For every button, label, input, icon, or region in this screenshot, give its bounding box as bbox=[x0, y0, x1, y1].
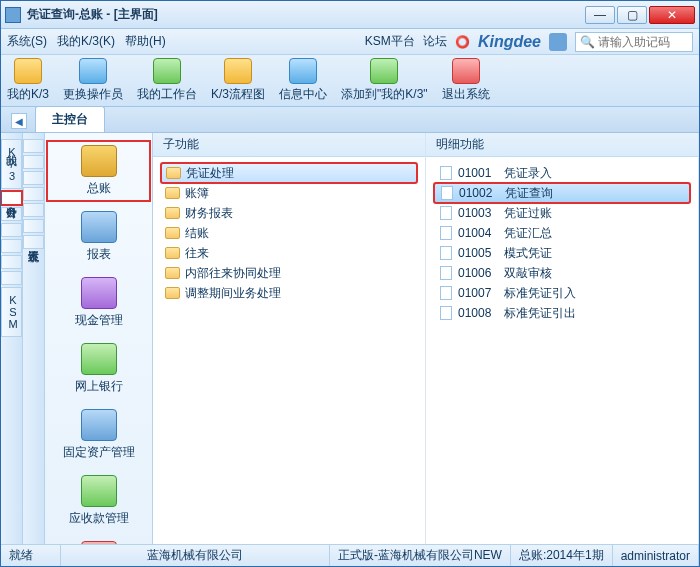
close-button[interactable]: ✕ bbox=[649, 6, 695, 24]
sub-item-4[interactable]: 往来 bbox=[161, 243, 417, 263]
status-edition: 正式版-蓝海机械有限公司NEW bbox=[330, 545, 511, 566]
nav-item-4[interactable]: 固定资产管理 bbox=[47, 405, 150, 465]
nav-label: 网上银行 bbox=[75, 378, 123, 395]
detail-code: 01007 bbox=[458, 286, 498, 300]
search-icon: 🔍 bbox=[580, 35, 595, 49]
nav-icon bbox=[81, 343, 117, 375]
vtab-2[interactable]: 管理会计 bbox=[1, 207, 22, 221]
detail-item-7[interactable]: 01008标准凭证引出 bbox=[434, 303, 690, 323]
detail-label: 凭证录入 bbox=[504, 165, 552, 182]
search-input[interactable] bbox=[598, 35, 688, 49]
nav-item-2[interactable]: 现金管理 bbox=[47, 273, 150, 333]
toolbar: 我的K/3 更换操作员 我的工作台 K/3流程图 信息中心 添加到"我的K/3"… bbox=[1, 55, 699, 107]
vtab-6[interactable]: 成本管理 bbox=[1, 271, 22, 285]
nav-label: 应收款管理 bbox=[69, 510, 129, 527]
vtab-0[interactable]: 我的K/3 bbox=[1, 139, 22, 189]
document-icon bbox=[440, 246, 452, 260]
tb-exit[interactable]: 退出系统 bbox=[442, 58, 490, 103]
menu-system[interactable]: 系统(S) bbox=[7, 33, 47, 50]
detail-function-pane: 明细功能 01001凭证录入01002凭证查询01003凭证过账01004凭证汇… bbox=[426, 133, 699, 544]
sub-item-5[interactable]: 内部往来协同处理 bbox=[161, 263, 417, 283]
vtab-2[interactable]: 精益管理 bbox=[23, 171, 44, 185]
detail-item-0[interactable]: 01001凭证录入 bbox=[434, 163, 690, 183]
sub-item-1[interactable]: 账簿 bbox=[161, 183, 417, 203]
search-box[interactable]: 🔍 bbox=[575, 32, 693, 52]
tb-info-center[interactable]: 信息中心 bbox=[279, 58, 327, 103]
sub-item-0[interactable]: 凭证处理 bbox=[161, 163, 417, 183]
tb-label: 信息中心 bbox=[279, 86, 327, 103]
nav-label: 固定资产管理 bbox=[63, 444, 135, 461]
window-controls: — ▢ ✕ bbox=[585, 6, 695, 24]
tb-add-to-myk3[interactable]: 添加到"我的K/3" bbox=[341, 58, 428, 103]
tb-myk3[interactable]: 我的K/3 bbox=[7, 58, 49, 103]
sub-item-label: 账簿 bbox=[185, 185, 209, 202]
chevron-left-icon[interactable]: ◀ bbox=[11, 113, 27, 129]
ksm-platform-link[interactable]: KSM平台 bbox=[365, 33, 415, 50]
vtab-6[interactable]: 系统设置 bbox=[23, 235, 44, 249]
sub-item-label: 内部往来协同处理 bbox=[185, 265, 281, 282]
tb-flowchart[interactable]: K/3流程图 bbox=[211, 58, 265, 103]
status-ready: 就绪 bbox=[1, 545, 61, 566]
vtab-5[interactable]: 供应链 bbox=[1, 255, 22, 269]
minimize-button[interactable]: — bbox=[585, 6, 615, 24]
module-nav: 总账报表现金管理网上银行固定资产管理应收款管理应付款管理现金流量表财务分析 bbox=[45, 133, 153, 544]
document-icon bbox=[441, 186, 453, 200]
vtab-3[interactable]: 资产管理 bbox=[23, 187, 44, 201]
detail-code: 01004 bbox=[458, 226, 498, 240]
menu-myk3[interactable]: 我的K/3(K) bbox=[57, 33, 115, 50]
tab-main-console[interactable]: 主控台 bbox=[35, 106, 105, 132]
detail-item-2[interactable]: 01003凭证过账 bbox=[434, 203, 690, 223]
detail-item-5[interactable]: 01006双敲审核 bbox=[434, 263, 690, 283]
detail-item-1[interactable]: 01002凭证查询 bbox=[434, 183, 690, 203]
statusbar: 就绪 蓝海机械有限公司 正式版-蓝海机械有限公司NEW 总账:2014年1期 a… bbox=[1, 544, 699, 566]
detail-label: 凭证过账 bbox=[504, 205, 552, 222]
menu-help[interactable]: 帮助(H) bbox=[125, 33, 166, 50]
nav-item-5[interactable]: 应收款管理 bbox=[47, 471, 150, 531]
nav-label: 现金管理 bbox=[75, 312, 123, 329]
tb-label: 我的工作台 bbox=[137, 86, 197, 103]
nav-icon bbox=[81, 211, 117, 243]
maximize-button[interactable]: ▢ bbox=[617, 6, 647, 24]
sub-function-list: 凭证处理账簿财务报表结账往来内部往来协同处理调整期间业务处理 bbox=[153, 157, 425, 544]
tb-switch-user[interactable]: 更换操作员 bbox=[63, 58, 123, 103]
help-icon[interactable] bbox=[549, 33, 567, 51]
nav-icon bbox=[81, 475, 117, 507]
vtab-4[interactable]: 内控管理 bbox=[23, 203, 44, 217]
detail-label: 凭证汇总 bbox=[504, 225, 552, 242]
vtab-4[interactable]: 集团合并 bbox=[1, 239, 22, 253]
detail-item-3[interactable]: 01004凭证汇总 bbox=[434, 223, 690, 243]
sub-item-3[interactable]: 结账 bbox=[161, 223, 417, 243]
vtab-1[interactable]: 生产管理 bbox=[23, 155, 44, 169]
vtab-3[interactable]: 资金管理 bbox=[1, 223, 22, 237]
main-window: 凭证查询-总账 - [主界面] — ▢ ✕ 系统(S) 我的K/3(K) 帮助(… bbox=[0, 0, 700, 567]
nav-item-1[interactable]: 报表 bbox=[47, 207, 150, 267]
sub-function-header: 子功能 bbox=[153, 133, 425, 157]
detail-code: 01008 bbox=[458, 306, 498, 320]
vtab-0[interactable]: 计划管理 bbox=[23, 139, 44, 153]
status-period: 总账:2014年1期 bbox=[511, 545, 613, 566]
tb-workbench[interactable]: 我的工作台 bbox=[137, 58, 197, 103]
vtab-1[interactable]: 财务会计 bbox=[1, 191, 22, 205]
folder-icon bbox=[165, 267, 180, 279]
detail-code: 01001 bbox=[458, 166, 498, 180]
nav-item-3[interactable]: 网上银行 bbox=[47, 339, 150, 399]
nav-item-6[interactable]: 应付款管理 bbox=[47, 537, 150, 544]
nav-item-0[interactable]: 总账 bbox=[47, 141, 150, 201]
detail-code: 01002 bbox=[459, 186, 499, 200]
detail-item-6[interactable]: 01007标准凭证引入 bbox=[434, 283, 690, 303]
document-icon bbox=[440, 226, 452, 240]
tb-label: K/3流程图 bbox=[211, 86, 265, 103]
sub-item-6[interactable]: 调整期间业务处理 bbox=[161, 283, 417, 303]
vtab-5[interactable]: 电子商务 bbox=[23, 219, 44, 233]
app-icon bbox=[5, 7, 21, 23]
detail-item-4[interactable]: 01005模式凭证 bbox=[434, 243, 690, 263]
sub-item-2[interactable]: 财务报表 bbox=[161, 203, 417, 223]
tb-label: 我的K/3 bbox=[7, 86, 49, 103]
detail-function-list: 01001凭证录入01002凭证查询01003凭证过账01004凭证汇总0100… bbox=[426, 157, 698, 544]
sub-item-label: 凭证处理 bbox=[186, 165, 234, 182]
forum-link[interactable]: 论坛 bbox=[423, 33, 447, 50]
window-title: 凭证查询-总账 - [主界面] bbox=[27, 6, 158, 23]
nav-icon bbox=[81, 409, 117, 441]
vtab-7[interactable]: KSM bbox=[1, 287, 22, 337]
vtabs-left: 我的K/3财务会计管理会计资金管理集团合并供应链成本管理KSM bbox=[1, 133, 23, 544]
